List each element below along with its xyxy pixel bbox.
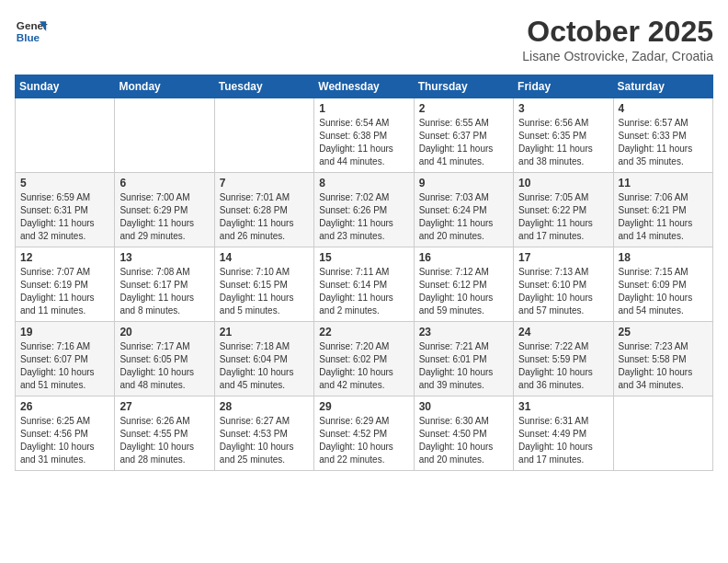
day-info: Sunrise: 7:16 AM Sunset: 6:07 PM Dayligh… [20, 340, 109, 392]
calendar-cell: 27Sunrise: 6:26 AM Sunset: 4:55 PM Dayli… [115, 396, 214, 471]
day-info: Sunrise: 7:21 AM Sunset: 6:01 PM Dayligh… [419, 340, 508, 392]
day-info: Sunrise: 7:17 AM Sunset: 6:05 PM Dayligh… [119, 340, 209, 392]
day-number: 18 [619, 251, 708, 264]
day-info: Sunrise: 7:08 AM Sunset: 6:17 PM Dayligh… [119, 266, 209, 317]
calendar-cell: 4Sunrise: 6:57 AM Sunset: 6:33 PM Daylig… [613, 98, 712, 173]
day-number: 23 [419, 326, 508, 339]
day-number: 24 [518, 326, 608, 339]
day-number: 10 [518, 177, 608, 190]
day-info: Sunrise: 7:03 AM Sunset: 6:24 PM Dayligh… [419, 191, 508, 243]
column-header-tuesday: Tuesday [214, 75, 313, 98]
calendar-cell: 26Sunrise: 6:25 AM Sunset: 4:56 PM Dayli… [16, 396, 115, 471]
day-info: Sunrise: 6:54 AM Sunset: 6:38 PM Dayligh… [319, 117, 408, 168]
day-info: Sunrise: 6:55 AM Sunset: 6:37 PM Dayligh… [419, 117, 508, 168]
day-number: 30 [419, 400, 508, 413]
calendar-table: SundayMondayTuesdayWednesdayThursdayFrid… [15, 75, 713, 471]
calendar-cell: 23Sunrise: 7:21 AM Sunset: 6:01 PM Dayli… [414, 322, 513, 396]
column-header-monday: Monday [115, 75, 214, 98]
day-info: Sunrise: 6:25 AM Sunset: 4:56 PM Dayligh… [20, 415, 109, 466]
calendar-cell: 18Sunrise: 7:15 AM Sunset: 6:09 PM Dayli… [613, 247, 712, 322]
calendar-cell: 19Sunrise: 7:16 AM Sunset: 6:07 PM Dayli… [16, 322, 115, 396]
day-number: 5 [20, 177, 109, 190]
calendar-cell: 9Sunrise: 7:03 AM Sunset: 6:24 PM Daylig… [414, 173, 513, 247]
calendar-cell [16, 98, 115, 173]
calendar-cell: 16Sunrise: 7:12 AM Sunset: 6:12 PM Dayli… [414, 247, 513, 322]
day-number: 31 [518, 400, 608, 413]
calendar-cell: 21Sunrise: 7:18 AM Sunset: 6:04 PM Dayli… [214, 322, 313, 396]
day-info: Sunrise: 6:30 AM Sunset: 4:50 PM Dayligh… [419, 415, 508, 466]
calendar-cell [613, 396, 712, 471]
day-number: 29 [319, 400, 408, 413]
month-title: October 2025 [522, 15, 713, 49]
calendar-cell: 28Sunrise: 6:27 AM Sunset: 4:53 PM Dayli… [214, 396, 313, 471]
calendar-week-row: 26Sunrise: 6:25 AM Sunset: 4:56 PM Dayli… [16, 396, 713, 471]
calendar-cell: 20Sunrise: 7:17 AM Sunset: 6:05 PM Dayli… [115, 322, 214, 396]
day-number: 1 [319, 102, 408, 115]
day-info: Sunrise: 6:56 AM Sunset: 6:35 PM Dayligh… [518, 117, 608, 168]
calendar-cell: 31Sunrise: 6:31 AM Sunset: 4:49 PM Dayli… [514, 396, 613, 471]
calendar-cell: 2Sunrise: 6:55 AM Sunset: 6:37 PM Daylig… [414, 98, 513, 173]
calendar-cell: 30Sunrise: 6:30 AM Sunset: 4:50 PM Dayli… [414, 396, 513, 471]
logo: General Blue [15, 15, 48, 48]
day-info: Sunrise: 7:07 AM Sunset: 6:19 PM Dayligh… [20, 266, 109, 317]
calendar-cell: 15Sunrise: 7:11 AM Sunset: 6:14 PM Dayli… [314, 247, 414, 322]
day-info: Sunrise: 6:29 AM Sunset: 4:52 PM Dayligh… [319, 415, 408, 466]
day-number: 8 [319, 177, 408, 190]
day-info: Sunrise: 7:13 AM Sunset: 6:10 PM Dayligh… [518, 266, 608, 317]
calendar-cell: 29Sunrise: 6:29 AM Sunset: 4:52 PM Dayli… [314, 396, 414, 471]
day-number: 20 [119, 326, 209, 339]
day-info: Sunrise: 6:31 AM Sunset: 4:49 PM Dayligh… [518, 415, 608, 466]
calendar-cell [115, 98, 214, 173]
day-info: Sunrise: 7:00 AM Sunset: 6:29 PM Dayligh… [119, 191, 209, 243]
calendar-cell: 8Sunrise: 7:02 AM Sunset: 6:26 PM Daylig… [314, 173, 414, 247]
calendar-week-row: 1Sunrise: 6:54 AM Sunset: 6:38 PM Daylig… [16, 98, 713, 173]
logo-icon: General Blue [15, 15, 48, 48]
day-info: Sunrise: 7:20 AM Sunset: 6:02 PM Dayligh… [319, 340, 408, 392]
calendar-cell: 17Sunrise: 7:13 AM Sunset: 6:10 PM Dayli… [514, 247, 613, 322]
day-info: Sunrise: 7:11 AM Sunset: 6:14 PM Dayligh… [319, 266, 408, 317]
calendar-cell: 14Sunrise: 7:10 AM Sunset: 6:15 PM Dayli… [214, 247, 313, 322]
day-number: 21 [220, 326, 309, 339]
calendar-cell: 12Sunrise: 7:07 AM Sunset: 6:19 PM Dayli… [16, 247, 115, 322]
day-number: 12 [20, 251, 109, 264]
day-number: 16 [419, 251, 508, 264]
day-number: 27 [119, 400, 209, 413]
calendar-cell: 22Sunrise: 7:20 AM Sunset: 6:02 PM Dayli… [314, 322, 414, 396]
day-info: Sunrise: 7:15 AM Sunset: 6:09 PM Dayligh… [619, 266, 708, 317]
column-header-friday: Friday [514, 75, 613, 98]
calendar-cell: 1Sunrise: 6:54 AM Sunset: 6:38 PM Daylig… [314, 98, 414, 173]
day-number: 9 [419, 177, 508, 190]
day-info: Sunrise: 7:06 AM Sunset: 6:21 PM Dayligh… [619, 191, 708, 243]
calendar-week-row: 5Sunrise: 6:59 AM Sunset: 6:31 PM Daylig… [16, 173, 713, 247]
day-number: 28 [220, 400, 309, 413]
calendar-cell: 10Sunrise: 7:05 AM Sunset: 6:22 PM Dayli… [514, 173, 613, 247]
calendar-header-row: SundayMondayTuesdayWednesdayThursdayFrid… [16, 75, 713, 98]
day-number: 19 [20, 326, 109, 339]
day-info: Sunrise: 7:01 AM Sunset: 6:28 PM Dayligh… [220, 191, 309, 243]
day-number: 15 [319, 251, 408, 264]
day-number: 17 [518, 251, 608, 264]
day-info: Sunrise: 6:26 AM Sunset: 4:55 PM Dayligh… [119, 415, 209, 466]
svg-text:Blue: Blue [17, 31, 40, 43]
column-header-saturday: Saturday [613, 75, 712, 98]
day-info: Sunrise: 7:05 AM Sunset: 6:22 PM Dayligh… [518, 191, 608, 243]
day-info: Sunrise: 7:18 AM Sunset: 6:04 PM Dayligh… [220, 340, 309, 392]
day-number: 13 [119, 251, 209, 264]
day-info: Sunrise: 7:10 AM Sunset: 6:15 PM Dayligh… [220, 266, 309, 317]
day-info: Sunrise: 6:57 AM Sunset: 6:33 PM Dayligh… [619, 117, 708, 168]
calendar-cell: 25Sunrise: 7:23 AM Sunset: 5:58 PM Dayli… [613, 322, 712, 396]
day-number: 26 [20, 400, 109, 413]
day-number: 7 [220, 177, 309, 190]
day-info: Sunrise: 7:02 AM Sunset: 6:26 PM Dayligh… [319, 191, 408, 243]
day-number: 3 [518, 102, 608, 115]
column-header-thursday: Thursday [414, 75, 513, 98]
calendar-cell: 5Sunrise: 6:59 AM Sunset: 6:31 PM Daylig… [16, 173, 115, 247]
day-number: 22 [319, 326, 408, 339]
day-number: 4 [619, 102, 708, 115]
calendar-week-row: 12Sunrise: 7:07 AM Sunset: 6:19 PM Dayli… [16, 247, 713, 322]
calendar-cell: 24Sunrise: 7:22 AM Sunset: 5:59 PM Dayli… [514, 322, 613, 396]
day-info: Sunrise: 6:59 AM Sunset: 6:31 PM Dayligh… [20, 191, 109, 243]
calendar-cell: 3Sunrise: 6:56 AM Sunset: 6:35 PM Daylig… [514, 98, 613, 173]
day-number: 25 [619, 326, 708, 339]
day-number: 6 [119, 177, 209, 190]
